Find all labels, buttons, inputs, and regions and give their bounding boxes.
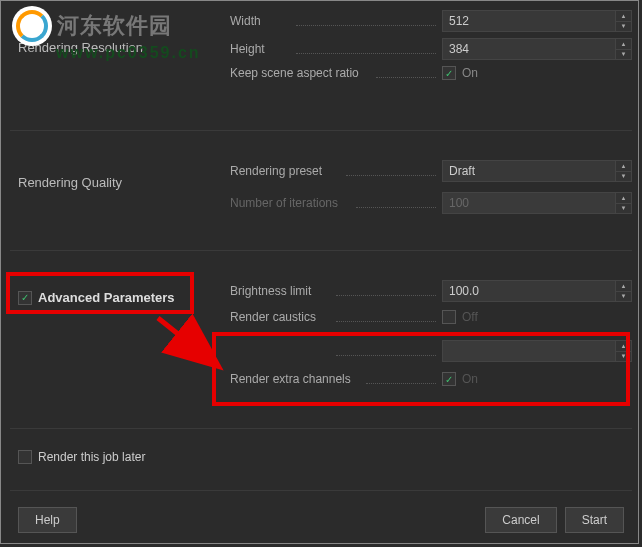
preset-dropdown-icon: ▲▼ [615,161,631,181]
iterations-value: 100 [449,196,469,210]
width-spinner[interactable]: ▲▼ [615,11,631,31]
height-label: Height [230,42,290,56]
iterations-input: 100 ▲▼ [442,192,632,214]
caustics-value: Off [462,310,478,324]
aspect-value: On [462,66,478,80]
height-input[interactable]: 384 ▲▼ [442,38,632,60]
extra-checkbox[interactable] [442,372,456,386]
extra-label: Render extra channels [230,372,360,386]
height-value: 384 [449,42,469,56]
iterations-spinner: ▲▼ [615,193,631,213]
width-value: 512 [449,14,469,28]
brightness-input[interactable]: 100.0 ▲▼ [442,280,632,302]
width-input[interactable]: 512 ▲▼ [442,10,632,32]
hidden-row-input: ▲▼ [442,340,632,362]
height-spinner[interactable]: ▲▼ [615,39,631,59]
iterations-label: Number of iterations [230,196,350,210]
extra-value: On [462,372,478,386]
hidden-row-spinner: ▲▼ [615,341,631,361]
help-button[interactable]: Help [18,507,77,533]
aspect-label: Keep scene aspect ratio [230,66,370,80]
cancel-button[interactable]: Cancel [485,507,556,533]
preset-select[interactable]: Draft ▲▼ [442,160,632,182]
start-button[interactable]: Start [565,507,624,533]
preset-value: Draft [449,164,475,178]
aspect-checkbox[interactable] [442,66,456,80]
caustics-label: Render caustics [230,310,330,324]
render-later-label: Render this job later [38,450,145,464]
brightness-label: Brightness limit [230,284,330,298]
caustics-checkbox[interactable] [442,310,456,324]
render-later-checkbox[interactable] [18,450,32,464]
preset-label: Rendering preset [230,164,340,178]
width-label: Width [230,14,290,28]
brightness-value: 100.0 [449,284,479,298]
brightness-spinner[interactable]: ▲▼ [615,281,631,301]
